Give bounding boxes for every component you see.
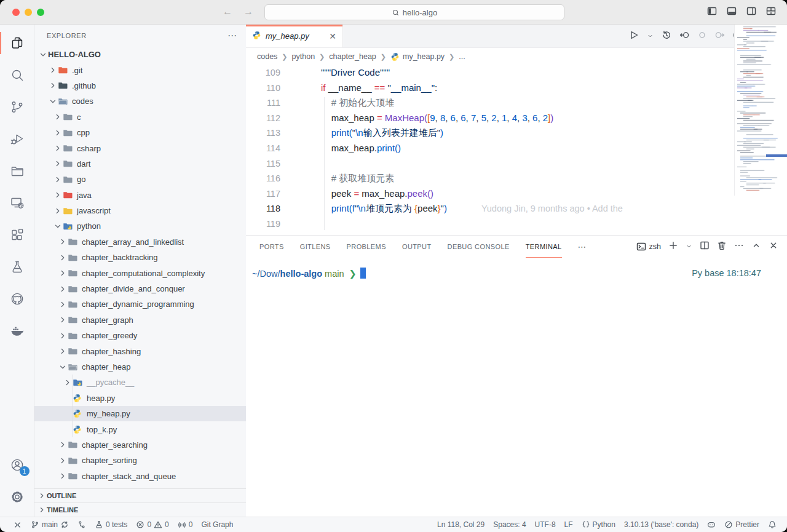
chevron-up-button[interactable]: [751, 240, 761, 253]
activity-source-control[interactable]: [0, 91, 34, 123]
tree-item-heap.py[interactable]: heap.py: [34, 391, 246, 406]
tree-item-dart[interactable]: dart: [34, 156, 246, 172]
code-line-113[interactable]: 113 print("\n输入列表并建堆后"): [246, 125, 787, 141]
panel-tab-debug-console[interactable]: DEBUG CONSOLE: [448, 236, 510, 258]
code-line-114[interactable]: 114 max_heap.print(): [246, 141, 787, 156]
tree-item-chapter_searching[interactable]: chapter_searching: [34, 437, 246, 453]
tree-item-javascript[interactable]: javascript: [34, 203, 246, 218]
code-line-112[interactable]: 112 max_heap = MaxHeap([9, 8, 6, 6, 7, 5…: [246, 111, 787, 126]
activity-explorer[interactable]: [0, 27, 34, 59]
tree-item-codes[interactable]: codes: [34, 93, 246, 109]
code-line-119[interactable]: 119: [246, 216, 787, 232]
tree-item-chapter_graph[interactable]: chapter_graph: [34, 312, 246, 328]
tree-item-chapter_stack_and_queue[interactable]: chapter_stack_and_queue: [34, 469, 246, 484]
statusbar-prettier-status[interactable]: Prettier: [720, 517, 764, 532]
tab-my-heap-py[interactable]: my_heap.py ✕: [246, 25, 343, 47]
code-line-110[interactable]: 110if __name__ == "__main__":: [246, 81, 787, 96]
command-center-search[interactable]: hello-algo: [264, 4, 564, 20]
activity-remote-explorer[interactable]: [0, 187, 34, 219]
next-change-dim-button[interactable]: [715, 30, 725, 42]
breadcrumb-my_heap.py[interactable]: my_heap.py: [390, 52, 445, 62]
statusbar-git-graph-label[interactable]: Git Graph: [197, 517, 237, 532]
zoom-window-button[interactable]: [37, 9, 44, 16]
activity-search[interactable]: [0, 59, 34, 91]
code-line-116[interactable]: 116 # 获取堆顶元素: [246, 171, 787, 186]
tree-item-chapter_greedy[interactable]: chapter_greedy: [34, 328, 246, 343]
close-window-button[interactable]: [12, 9, 20, 16]
panel-tabs-more-icon[interactable]: ⋯: [578, 242, 587, 252]
layout-sidebar-right-button[interactable]: [746, 6, 756, 16]
navigate-forward-icon[interactable]: →: [243, 6, 253, 17]
code-line-109[interactable]: 109"""Driver Code""": [246, 65, 787, 81]
code-area[interactable]: 109"""Driver Code"""110if __name__ == "_…: [246, 65, 787, 235]
tree-item-top_k.py[interactable]: top_k.py: [34, 421, 246, 437]
panel-tab-gitlens[interactable]: GITLENS: [300, 236, 331, 258]
minimap[interactable]: [734, 25, 787, 196]
close-tab-icon[interactable]: ✕: [329, 31, 336, 41]
tree-item-java[interactable]: java: [34, 188, 246, 203]
split-editor-button[interactable]: [700, 240, 710, 253]
activity-docker[interactable]: [0, 315, 34, 347]
chevron-down-sm-button[interactable]: [647, 31, 654, 42]
tree-item-HELLO-ALGO[interactable]: HELLO-ALGO: [34, 47, 246, 62]
tree-item-.github[interactable]: .github: [34, 78, 246, 93]
history-button[interactable]: [662, 30, 671, 42]
tree-item-c[interactable]: c: [34, 109, 246, 125]
statusbar-ports-count[interactable]: 0: [173, 517, 197, 532]
breadcrumb-codes[interactable]: codes: [257, 52, 277, 61]
statusbar-python-interpreter[interactable]: 3.10.13 ('base': conda): [620, 517, 703, 532]
tree-item-chapter_dynamic_programming[interactable]: chapter_dynamic_programming: [34, 296, 246, 312]
tree-item-chapter_divide_and_conquer[interactable]: chapter_divide_and_conquer: [34, 281, 246, 296]
tree-item-my_heap.py[interactable]: my_heap.py: [34, 406, 246, 421]
tree-item-chapter_backtracking[interactable]: chapter_backtracking: [34, 250, 246, 265]
breadcrumb-chapter_heap[interactable]: chapter_heap: [329, 52, 376, 61]
statusbar-problems-counts[interactable]: 00: [132, 517, 173, 532]
activity-settings[interactable]: [0, 481, 34, 513]
activity-run-debug[interactable]: [0, 123, 34, 155]
trash-button[interactable]: [717, 240, 727, 253]
tree-item-chapter_sorting[interactable]: chapter_sorting: [34, 453, 246, 468]
plus-button[interactable]: [668, 240, 678, 253]
code-line-115[interactable]: 115: [246, 156, 787, 172]
activity-account[interactable]: 1: [0, 449, 34, 481]
code-line-111[interactable]: 111 # 初始化大顶堆: [246, 95, 787, 111]
navigate-back-icon[interactable]: ←: [223, 6, 232, 17]
close-button[interactable]: [769, 240, 778, 253]
layout-sidebar-left-button[interactable]: [707, 6, 717, 16]
statusbar-indentation[interactable]: Spaces: 4: [489, 517, 530, 532]
minimize-window-button[interactable]: [25, 9, 32, 16]
tree-item-csharp[interactable]: csharp: [34, 140, 246, 156]
panel-tab-terminal[interactable]: TERMINAL: [526, 236, 562, 258]
tree-item-chapter_hashing[interactable]: chapter_hashing: [34, 343, 246, 359]
statusbar-language-mode[interactable]: Python: [577, 517, 620, 532]
breadcrumb-...[interactable]: ...: [459, 52, 465, 61]
statusbar-copilot-status[interactable]: [703, 517, 720, 532]
statusbar-branch-main[interactable]: main: [26, 517, 73, 532]
outline-section[interactable]: OUTLINE: [34, 488, 246, 502]
tree-item-go[interactable]: go: [34, 172, 246, 187]
breadcrumb-python[interactable]: python: [292, 52, 315, 61]
tree-item-chapter_heap[interactable]: chapter_heap: [34, 359, 246, 375]
tree-item-__pycache__[interactable]: __pycache__: [34, 375, 246, 390]
tree-item-cpp[interactable]: cpp: [34, 125, 246, 140]
activity-github[interactable]: [0, 283, 34, 315]
layout-panel-button[interactable]: [727, 6, 737, 16]
panel-tab-output[interactable]: OUTPUT: [402, 236, 432, 258]
panel-tab-ports[interactable]: PORTS: [259, 236, 284, 258]
ellipsis-button[interactable]: [734, 240, 744, 253]
statusbar-cursor-position[interactable]: Ln 118, Col 29: [433, 517, 489, 532]
layout-custom-button[interactable]: [766, 6, 776, 16]
chevron-down-sm-button[interactable]: [686, 241, 692, 252]
code-line-117[interactable]: 117 peek = max_heap.peek(): [246, 186, 787, 202]
circle-dim-button[interactable]: [697, 30, 707, 42]
tree-item-chapter_computational_complexity[interactable]: chapter_computational_complexity: [34, 265, 246, 280]
tree-item-.git[interactable]: .git: [34, 62, 246, 77]
statusbar-git-graph-icon-item[interactable]: [73, 517, 90, 532]
timeline-section[interactable]: TIMELINE: [34, 502, 246, 517]
statusbar-tests-count[interactable]: 0 tests: [90, 517, 132, 532]
statusbar-remote-indicator[interactable]: [9, 517, 26, 532]
tree-item-python[interactable]: python: [34, 218, 246, 234]
statusbar-encoding[interactable]: UTF-8: [531, 517, 560, 532]
terminal[interactable]: ~/Dow/hello-algo main❯ Py base 18:18:47: [246, 258, 787, 279]
panel-tab-problems[interactable]: PROBLEMS: [347, 236, 386, 258]
